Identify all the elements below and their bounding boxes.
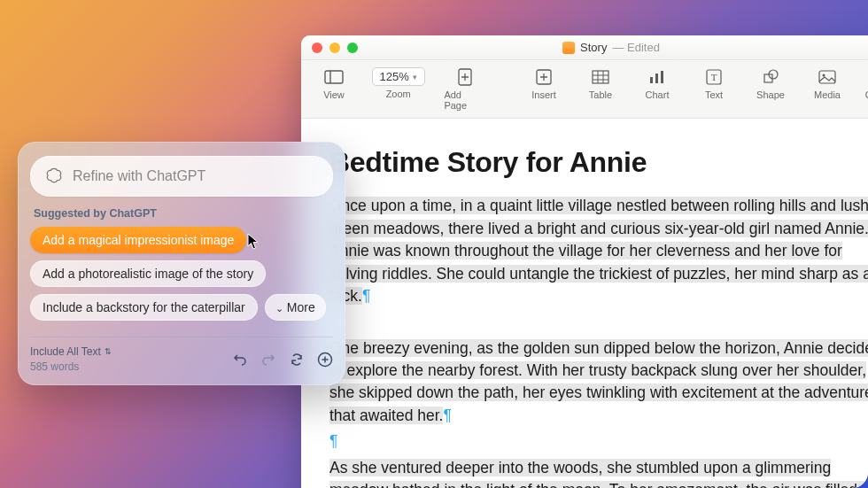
table-label: Table	[589, 89, 612, 100]
view-button[interactable]: View	[315, 67, 353, 111]
svg-rect-20	[819, 71, 835, 83]
zoom-value: 125%	[380, 70, 409, 83]
view-label: View	[323, 89, 345, 100]
suggestion-chip-3[interactable]: Include a backstory for the caterpillar	[30, 294, 258, 321]
svg-point-21	[823, 74, 825, 77]
chevron-down-icon: ⌄	[275, 303, 283, 314]
suggestion-chips: Add a magical impressionist image Add a …	[30, 227, 333, 321]
zoom-label: Zoom	[386, 89, 411, 99]
regenerate-button[interactable]	[289, 352, 305, 368]
comment-label: Comment	[865, 89, 868, 100]
refine-input-container[interactable]	[30, 156, 333, 197]
shape-icon	[758, 67, 783, 87]
add-page-icon	[453, 67, 477, 87]
document-title: Bedtime Story for Annie	[329, 142, 868, 182]
table-icon	[588, 67, 613, 87]
pages-window: Story — Edited View 125% ▾ Zoom Add Page	[301, 35, 868, 488]
add-button[interactable]	[317, 352, 333, 368]
suggestion-chip-2[interactable]: Add a photorealistic image of the story	[30, 260, 266, 287]
paragraph-2: One breezy evening, as the golden sun di…	[329, 337, 868, 428]
svg-rect-15	[661, 71, 663, 83]
add-page-label: Add Page	[444, 89, 486, 111]
table-button[interactable]: Table	[582, 67, 619, 111]
chart-button[interactable]: Chart	[639, 67, 676, 111]
panel-footer: Include All Text ⇅ 585 words	[30, 337, 333, 375]
svg-rect-14	[655, 74, 658, 83]
insert-label: Insert	[531, 89, 556, 100]
media-icon	[815, 67, 840, 87]
insert-icon	[531, 67, 556, 87]
text-icon: T	[701, 67, 726, 87]
pilcrow-icon: ¶	[362, 287, 370, 305]
paragraph-3: As she ventured deeper into the woods, s…	[329, 457, 868, 488]
chart-label: Chart	[646, 89, 670, 100]
svg-rect-13	[650, 77, 653, 83]
sort-icon: ⇅	[105, 346, 112, 358]
word-count: 585 words	[30, 360, 112, 375]
media-button[interactable]: Media	[809, 67, 846, 111]
text-button[interactable]: T Text	[695, 67, 732, 111]
chart-icon	[645, 67, 670, 87]
paragraph-1: Once upon a time, in a quaint little vil…	[329, 195, 868, 307]
edited-label: — Edited	[612, 41, 659, 54]
chevron-down-icon: ▾	[413, 73, 417, 81]
svg-rect-0	[325, 71, 343, 83]
window-title: Story — Edited	[562, 41, 660, 54]
insert-button[interactable]: Insert	[525, 67, 562, 111]
text-label: Text	[705, 89, 723, 100]
document-icon	[562, 42, 575, 54]
svg-rect-8	[593, 71, 608, 83]
shape-button[interactable]: Shape	[752, 67, 789, 111]
more-suggestions-button[interactable]: ⌄More	[265, 294, 326, 321]
redo-button[interactable]	[260, 352, 276, 368]
suggestion-chip-1[interactable]: Add a magical impressionist image	[30, 227, 246, 253]
svg-text:T: T	[711, 72, 717, 82]
chatgpt-icon	[44, 167, 64, 186]
add-page-button[interactable]: Add Page	[444, 67, 486, 111]
media-label: Media	[814, 89, 841, 100]
shape-label: Shape	[756, 89, 785, 100]
blank-paragraph: ¶	[329, 311, 868, 333]
titlebar: Story — Edited	[301, 35, 868, 60]
traffic-lights	[312, 43, 358, 53]
minimize-button[interactable]	[329, 43, 340, 53]
suggestions-label: Suggested by ChatGPT	[34, 207, 331, 220]
chatgpt-refine-panel: Suggested by ChatGPT Add a magical impre…	[18, 142, 345, 385]
refine-input[interactable]	[73, 168, 319, 184]
zoom-control[interactable]: 125% ▾ Zoom	[372, 67, 424, 111]
view-icon	[322, 67, 346, 87]
toolbar: View 125% ▾ Zoom Add Page Insert	[301, 60, 868, 119]
document-name: Story	[580, 41, 607, 54]
fullscreen-button[interactable]	[347, 43, 358, 53]
close-button[interactable]	[312, 43, 322, 53]
blank-paragraph: ¶	[329, 430, 868, 453]
undo-button[interactable]	[232, 352, 248, 368]
document-body[interactable]: Bedtime Story for Annie Once upon a time…	[301, 119, 868, 488]
scope-selector[interactable]: Include All Text ⇅	[30, 345, 112, 360]
